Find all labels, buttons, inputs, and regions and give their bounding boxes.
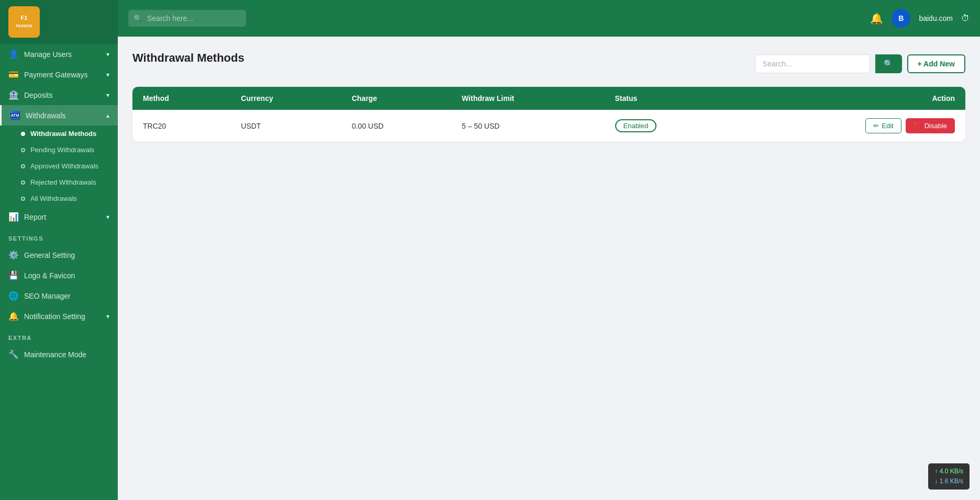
page-title: Withdrawal Methods	[132, 51, 244, 65]
sidebar-item-withdrawal-methods[interactable]: Withdrawal Methods	[0, 126, 118, 142]
topbar-search-icon: 🔍	[133, 14, 142, 22]
edit-label: Edit	[882, 122, 893, 130]
sidebar-label-seo-manager: SEO Manager	[24, 292, 71, 300]
status-badge: Enabled	[615, 119, 657, 132]
chevron-down-icon: ▾	[106, 71, 109, 78]
content-search-button[interactable]: 🔍	[875, 54, 902, 73]
sidebar-label-approved-withdrawals: Approved Withdrawals	[30, 162, 98, 170]
topbar-search-wrap: 🔍	[128, 10, 275, 27]
sidebar-label-notification-setting: Notification Setting	[24, 312, 85, 321]
sidebar: F1 PASSION 👤 Manage Users ▾ 💳 Payment Ga…	[0, 0, 118, 500]
dot-icon	[21, 180, 25, 185]
sidebar-item-seo-manager[interactable]: 🌐 SEO Manager	[0, 286, 118, 306]
cell-status: Enabled	[605, 110, 736, 142]
manage-users-icon: 👤	[8, 49, 19, 59]
sidebar-label-deposits: Deposits	[24, 91, 52, 99]
table-row: TRC20 USDT 0.00 USD 5 – 50 USD Enabled ✏…	[132, 110, 965, 142]
cell-action: ✏ Edit 🚫 Disable	[735, 110, 965, 142]
main-wrap: 🔍 🔔 B baidu.com ⏱ Withdrawal Methods 🔍 +…	[118, 0, 980, 500]
network-badge: ↑ 4.0 KB/s ↓ 1.6 KB/s	[928, 463, 970, 490]
sidebar-item-approved-withdrawals[interactable]: Approved Withdrawals	[0, 158, 118, 174]
disable-icon: 🚫	[914, 122, 922, 130]
col-action: Action	[735, 87, 965, 110]
sidebar-item-rejected-withdrawals[interactable]: Rejected Withdrawals	[0, 174, 118, 190]
sidebar-item-general-setting[interactable]: ⚙️ General Setting	[0, 245, 118, 265]
sidebar-item-withdrawals[interactable]: 🏧 Withdrawals ▴	[0, 105, 118, 126]
sidebar-item-notification-setting[interactable]: 🔔 Notification Setting ▾	[0, 306, 118, 326]
action-buttons: ✏ Edit 🚫 Disable	[745, 118, 955, 133]
seo-manager-icon: 🌐	[8, 291, 19, 301]
col-charge: Charge	[341, 87, 451, 110]
dot-icon	[21, 148, 25, 152]
sidebar-label-general-setting: General Setting	[24, 251, 75, 259]
download-speed: ↓ 1.6 KB/s	[934, 476, 963, 486]
upload-speed: ↑ 4.0 KB/s	[934, 467, 963, 476]
sidebar-logo: F1 PASSION	[0, 0, 118, 44]
sidebar-item-logo-favicon[interactable]: 💾 Logo & Favicon	[0, 265, 118, 286]
chevron-down-icon: ▾	[106, 313, 109, 320]
sidebar-label-report: Report	[24, 213, 46, 221]
cell-currency: USDT	[230, 110, 341, 142]
table-header-row: Method Currency Charge Withdraw Limit St…	[132, 87, 965, 110]
sidebar-label-pending-withdrawals: Pending Withdrawals	[30, 146, 94, 154]
logo-favicon-icon: 💾	[8, 270, 19, 280]
col-currency: Currency	[230, 87, 341, 110]
sidebar-item-report[interactable]: 📊 Report ▾	[0, 207, 118, 227]
topbar-username: baidu.com	[919, 14, 953, 22]
edit-button[interactable]: ✏ Edit	[865, 118, 901, 133]
col-method: Method	[132, 87, 230, 110]
sidebar-label-logo-favicon: Logo & Favicon	[24, 271, 75, 280]
content-search-input[interactable]	[755, 54, 870, 73]
sidebar-item-payment-gateways[interactable]: 💳 Payment Gateways ▾	[0, 64, 118, 85]
app-logo: F1 PASSION	[8, 6, 40, 38]
sidebar-item-deposits[interactable]: 🏦 Deposits ▾	[0, 85, 118, 105]
settings-section-label: SETTINGS	[0, 227, 118, 245]
topbar-clock-icon[interactable]: ⏱	[961, 14, 970, 23]
dot-icon	[21, 164, 25, 168]
sidebar-label-all-withdrawals: All Withdrawals	[30, 195, 77, 202]
sidebar-item-all-withdrawals[interactable]: All Withdrawals	[0, 190, 118, 207]
chevron-down-icon: ▾	[106, 213, 109, 221]
sidebar-label-rejected-withdrawals: Rejected Withdrawals	[30, 178, 96, 186]
sidebar-item-manage-users[interactable]: 👤 Manage Users ▾	[0, 44, 118, 64]
chevron-down-icon: ▾	[106, 51, 109, 58]
dot-icon	[21, 197, 25, 201]
content-header: Withdrawal Methods 🔍 + Add New	[132, 51, 965, 76]
sidebar-label-manage-users: Manage Users	[24, 50, 72, 59]
topbar: 🔍 🔔 B baidu.com ⏱	[118, 0, 980, 37]
bell-icon[interactable]: 🔔	[870, 12, 883, 25]
table-wrap: Method Currency Charge Withdraw Limit St…	[132, 87, 965, 142]
extra-section-label: EXTRA	[0, 326, 118, 344]
edit-icon: ✏	[873, 122, 879, 130]
chevron-down-icon: ▾	[106, 92, 109, 99]
add-new-button[interactable]: + Add New	[907, 54, 965, 73]
svg-text:F1: F1	[21, 15, 28, 21]
col-withdraw-limit: Withdraw Limit	[451, 87, 604, 110]
sidebar-item-pending-withdrawals[interactable]: Pending Withdrawals	[0, 142, 118, 158]
withdrawals-icon: 🏧	[10, 110, 20, 120]
content-area: Withdrawal Methods 🔍 + Add New Method Cu…	[118, 37, 980, 500]
payment-gateways-icon: 💳	[8, 70, 19, 79]
withdrawal-methods-table: Method Currency Charge Withdraw Limit St…	[132, 87, 965, 142]
col-status: Status	[605, 87, 736, 110]
cell-method: TRC20	[132, 110, 230, 142]
svg-text:PASSION: PASSION	[16, 24, 32, 28]
disable-button[interactable]: 🚫 Disable	[906, 118, 955, 133]
avatar: B	[892, 9, 910, 28]
deposits-icon: 🏦	[8, 90, 19, 100]
sidebar-label-maintenance-mode: Maintenance Mode	[24, 350, 86, 359]
sidebar-label-payment-gateways: Payment Gateways	[24, 71, 87, 79]
topbar-search-input[interactable]	[128, 10, 246, 27]
sidebar-label-withdrawal-methods: Withdrawal Methods	[30, 130, 96, 138]
notification-setting-icon: 🔔	[8, 311, 19, 321]
report-icon: 📊	[8, 212, 19, 222]
svg-rect-0	[12, 9, 37, 35]
topbar-right: 🔔 B baidu.com ⏱	[870, 9, 970, 28]
dot-icon	[21, 132, 25, 136]
sidebar-label-withdrawals: Withdrawals	[26, 111, 65, 120]
maintenance-mode-icon: 🔧	[8, 349, 19, 359]
content-search-wrap: 🔍 + Add New	[755, 54, 965, 73]
sidebar-item-maintenance-mode[interactable]: 🔧 Maintenance Mode	[0, 344, 118, 365]
disable-label: Disable	[925, 122, 947, 130]
chevron-up-icon: ▴	[106, 112, 109, 119]
